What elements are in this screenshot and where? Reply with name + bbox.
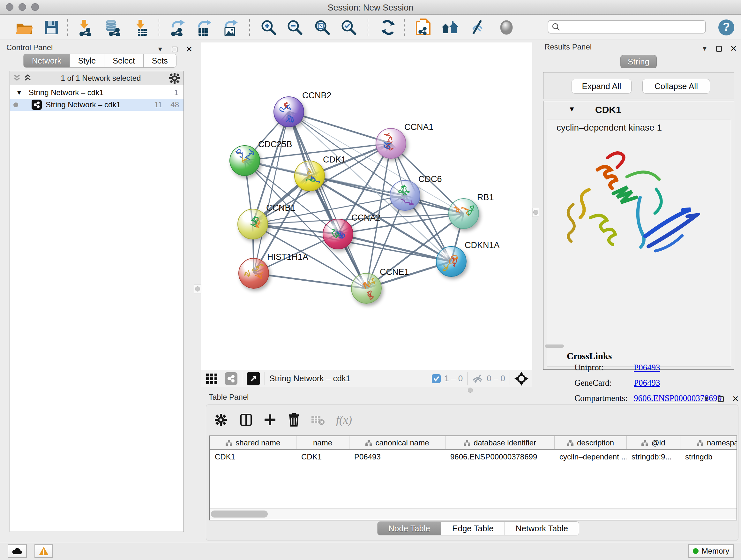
network-selected-status: 1 of 1 Network selected — [33, 74, 169, 83]
panel-close-icon[interactable]: ✕ — [186, 44, 193, 54]
table-tab-edge-table[interactable]: Edge Table — [441, 521, 505, 536]
control-tab-select[interactable]: Select — [105, 54, 143, 68]
control-tab-network[interactable]: Network — [23, 54, 70, 68]
help-icon[interactable]: ? — [717, 18, 736, 37]
network-collection-row[interactable]: ▼ String Network – cdk1 1 — [10, 86, 184, 99]
node-CCNB2[interactable] — [273, 97, 304, 127]
column-header-namespace[interactable]: namespace — [680, 436, 737, 449]
gene-collapse-icon[interactable]: ▼ — [568, 105, 576, 113]
hidden-eye-icon[interactable] — [472, 374, 483, 383]
table-tab-network-table[interactable]: Network Table — [505, 521, 579, 536]
export-document-icon[interactable] — [414, 18, 433, 37]
table-options-gear-icon[interactable] — [212, 412, 230, 428]
cloud-status-button[interactable] — [8, 544, 27, 558]
collapse-all-icon[interactable] — [12, 74, 22, 83]
memory-status-icon — [693, 548, 698, 554]
delete-column-icon[interactable] — [285, 412, 303, 428]
node-CCNA1[interactable] — [376, 128, 406, 159]
grid-view-icon[interactable] — [205, 372, 219, 385]
zoom-out-icon[interactable] — [286, 18, 304, 37]
table-cell[interactable]: CDK1 — [296, 449, 349, 463]
search-field[interactable] — [548, 20, 706, 34]
panel-float-icon[interactable] — [718, 396, 724, 402]
selected-nodes-checkbox-icon[interactable] — [431, 374, 441, 383]
options-gear-icon[interactable] — [169, 72, 180, 84]
import-network-database-icon[interactable] — [103, 18, 122, 37]
collapse-all-button[interactable]: Collapse All — [643, 79, 710, 94]
add-column-icon[interactable] — [261, 412, 279, 428]
show-columns-icon[interactable] — [237, 412, 255, 428]
control-tab-sets[interactable]: Sets — [144, 54, 177, 68]
node-CDC25B[interactable] — [229, 145, 260, 176]
export-table-icon[interactable] — [195, 18, 213, 37]
search-input[interactable] — [560, 22, 701, 31]
node-HIST1H1A[interactable] — [239, 258, 269, 289]
import-table-file-icon[interactable] — [132, 18, 151, 37]
right-splitter-handle[interactable] — [532, 208, 539, 217]
warning-status-button[interactable] — [35, 544, 53, 558]
table-hscrollbar-thumb[interactable] — [211, 510, 268, 517]
panel-menu-icon[interactable]: ▼ — [157, 46, 163, 53]
node-CCNA2[interactable] — [323, 219, 353, 249]
table-cell[interactable]: cyclin–dependent ... — [554, 449, 626, 463]
open-session-icon[interactable] — [15, 18, 33, 37]
zoom-in-icon[interactable] — [259, 18, 278, 37]
network-row[interactable]: String Network – cdk1 11 48 — [10, 99, 184, 111]
column-header-name[interactable]: name — [296, 436, 349, 449]
node-CCNB1[interactable] — [238, 209, 268, 240]
function-builder-icon[interactable]: f(x) — [335, 412, 353, 428]
save-session-icon[interactable] — [42, 18, 61, 37]
node-CDK1[interactable] — [294, 161, 325, 191]
node-CDC6[interactable] — [390, 180, 420, 211]
table-cell[interactable]: P06493 — [349, 449, 445, 463]
panel-float-icon[interactable] — [716, 46, 722, 52]
table-tab-node-table[interactable]: Node Table — [377, 521, 441, 536]
preview-icon[interactable] — [497, 18, 516, 37]
panel-close-icon[interactable]: ✕ — [730, 44, 737, 54]
warning-icon — [39, 547, 49, 556]
export-image-icon[interactable] — [221, 18, 240, 37]
navigator-icon[interactable] — [515, 372, 529, 386]
zoom-selected-icon[interactable] — [340, 18, 358, 37]
column-header--id[interactable]: @id — [626, 436, 680, 449]
zoom-fit-icon[interactable] — [313, 18, 332, 37]
expand-all-button[interactable]: Expand All — [571, 79, 631, 94]
import-network-file-icon[interactable] — [76, 18, 95, 37]
export-network-icon[interactable] — [169, 18, 187, 37]
node-attribute-table[interactable]: shared namenamecanonical namedatabase id… — [209, 435, 737, 520]
table-cell[interactable]: stringdb:9... — [626, 449, 680, 463]
crosslink-link[interactable]: P06493 — [634, 363, 660, 378]
column-header-database-identifier[interactable]: database identifier — [445, 436, 554, 449]
table-row[interactable]: CDK1CDK1P064939606.ENSP00000378699cyclin… — [210, 449, 737, 463]
panel-float-icon[interactable] — [172, 47, 178, 52]
expand-all-icon[interactable] — [23, 74, 33, 83]
column-header-shared-name[interactable]: shared name — [210, 436, 296, 449]
column-header-canonical-name[interactable]: canonical name — [349, 436, 445, 449]
collection-expand-icon[interactable]: ▼ — [16, 89, 22, 97]
column-header-description[interactable]: description — [554, 436, 626, 449]
table-hscrollbar[interactable] — [210, 508, 737, 520]
panel-menu-icon[interactable]: ▼ — [701, 45, 708, 52]
network-view-canvas[interactable]: CCNB2CCNA1CDC25BCDK1CDC6RB1CCNB1CCNA2CDK… — [201, 43, 532, 370]
node-CCNE1[interactable] — [351, 273, 382, 304]
left-splitter-handle[interactable] — [194, 285, 201, 294]
node-RB1[interactable] — [448, 198, 479, 229]
protein-structure-image — [560, 138, 700, 266]
results-tab-string[interactable]: String — [620, 55, 657, 68]
control-tab-style[interactable]: Style — [70, 54, 105, 68]
open-in-window-icon[interactable] — [247, 372, 260, 385]
refresh-icon[interactable] — [379, 18, 397, 37]
delete-table-icon[interactable] — [309, 412, 327, 428]
panel-menu-icon[interactable]: ▼ — [703, 395, 710, 402]
home-icon[interactable] — [441, 18, 459, 37]
show-hide-panels-icon[interactable] — [468, 18, 487, 37]
results-scrollbar-thumb[interactable] — [545, 345, 564, 348]
table-cell[interactable]: 9606.ENSP00000378699 — [445, 449, 554, 463]
share-view-icon[interactable] — [225, 372, 238, 385]
panel-close-icon[interactable]: ✕ — [732, 394, 739, 404]
memory-button[interactable]: Memory — [688, 544, 734, 558]
table-cell[interactable]: stringdb — [680, 449, 737, 463]
table-cell[interactable]: CDK1 — [210, 449, 296, 463]
results-actions-box: Expand All Collapse All — [543, 72, 734, 99]
node-CDKN1A[interactable] — [436, 246, 467, 277]
